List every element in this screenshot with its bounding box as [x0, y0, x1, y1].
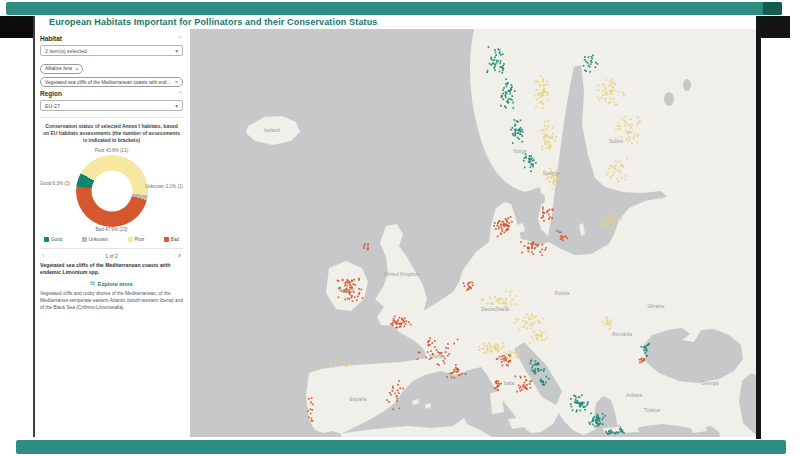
legend-label: Unknown [89, 237, 108, 242]
legend-item-bad: Bad [164, 237, 179, 242]
legend-item-poor: Poor [128, 237, 145, 242]
legend-swatch-unknown [82, 237, 87, 242]
chevron-left-icon[interactable]: ‹ [42, 253, 45, 259]
chevron-right-icon[interactable]: › [178, 253, 181, 259]
habitat-chip-alkaline-fens[interactable]: Alkaline fens × [40, 64, 83, 74]
chart-heading: Conservation status of selected Annex I … [42, 123, 181, 144]
lake [664, 92, 674, 106]
explore-more-link[interactable]: ⧉ Explore more [40, 280, 183, 287]
chip-label: Vegetated sea cliffs of the Mediterranea… [45, 80, 172, 85]
donut-label-bad: Bad 47.9% (23) [96, 227, 128, 232]
corner-block-left [0, 16, 33, 38]
external-link-icon: ⧉ [90, 280, 94, 287]
accent-bar-top [6, 2, 782, 15]
legend-swatch-good [44, 237, 49, 242]
accent-bar-bottom [16, 440, 786, 454]
close-icon[interactable]: × [175, 79, 178, 85]
filter-sidebar: Habitat ⌃ 2 item(s) selected ▾ Alkaline … [35, 29, 190, 437]
legend-label: Poor [135, 237, 145, 242]
caret-down-icon: ▾ [175, 48, 178, 54]
region-select-value: EU-27 [45, 103, 60, 109]
legend-label: Good [51, 237, 62, 242]
donut-label-good: Good 6.3% (3) [40, 181, 70, 186]
habitat-select-value: 2 item(s) selected [45, 48, 87, 54]
explore-more-label: Explore more [98, 281, 133, 287]
divider [40, 117, 183, 118]
lake [683, 79, 691, 91]
page-canvas: European Habitats Important for Pollinat… [0, 0, 800, 456]
chip-label: Alkaline fens [45, 66, 72, 71]
region-section-header[interactable]: Region ⌃ [40, 90, 183, 97]
habitat-select[interactable]: 2 item(s) selected ▾ [40, 45, 183, 56]
region-section-label: Region [40, 90, 62, 97]
europe-map-svg [190, 29, 756, 437]
divider [40, 248, 183, 249]
region-select[interactable]: EU-27 ▾ [40, 100, 183, 111]
collapse-icon[interactable]: ⌃ [178, 37, 183, 41]
pagination-label: 1 of 2 [105, 253, 118, 259]
chart-legend: Good Unknown Poor Bad [44, 237, 179, 242]
legend-swatch-bad [164, 237, 169, 242]
collapse-icon[interactable]: ⌃ [178, 92, 183, 96]
caret-down-icon: ▾ [175, 103, 178, 109]
habitat-pagination: ‹ 1 of 2 › [42, 253, 181, 259]
lake [539, 194, 545, 204]
habitat-title: Vegetated sea cliffs of the Mediterranea… [40, 262, 183, 276]
legend-item-unknown: Unknown [82, 237, 108, 242]
conservation-status-chart: Poor 43.8% (21) Unknown 2.1% (1) Good 6.… [40, 147, 183, 233]
habitat-chip-sea-cliffs[interactable]: Vegetated sea cliffs of the Mediterranea… [40, 77, 183, 87]
accent-bar-top-cap [763, 2, 782, 15]
habitat-section-label: Habitat [40, 35, 62, 42]
corner-block-right [757, 16, 790, 38]
donut-label-unknown: Unknown 2.1% (1) [145, 184, 183, 189]
habitat-section-header[interactable]: Habitat ⌃ [40, 35, 183, 42]
legend-swatch-poor [128, 237, 133, 242]
close-icon[interactable]: × [75, 66, 78, 72]
legend-item-good: Good [44, 237, 62, 242]
dashboard-app: European Habitats Important for Pollinat… [35, 15, 756, 437]
europe-map[interactable]: IcelandNorgeSverigeSuomiUnited KingdomIr… [190, 29, 756, 437]
donut-hole [91, 171, 132, 212]
app-header: European Habitats Important for Pollinat… [35, 15, 756, 29]
donut-label-poor: Poor 43.8% (21) [95, 148, 128, 153]
window-edge-right [756, 16, 761, 439]
page-title: European Habitats Important for Pollinat… [49, 17, 378, 27]
habitat-description: Vegetated cliffs and rocky shores of the… [40, 291, 183, 312]
legend-label: Bad [171, 237, 179, 242]
